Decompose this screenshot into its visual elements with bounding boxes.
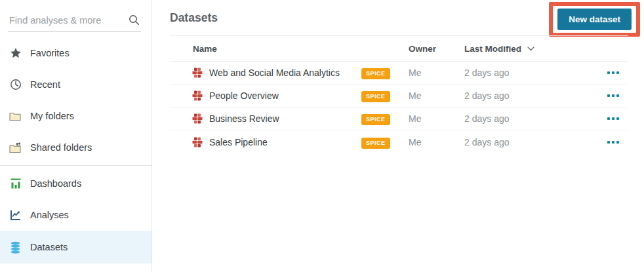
dataset-name-cell: Business Review — [170, 113, 361, 124]
spice-badge: SPICE — [361, 68, 390, 79]
sidebar: Favorites Recent My folders Shared folde… — [0, 0, 152, 272]
sidebar-item-shared-folders[interactable]: Shared folders — [0, 132, 151, 163]
sidebar-item-favorites[interactable]: Favorites — [0, 37, 151, 69]
new-dataset-button[interactable]: New dataset — [557, 9, 632, 30]
sidebar-nav: Favorites Recent My folders Shared folde… — [0, 37, 151, 263]
star-icon — [9, 47, 22, 60]
ellipsis-dot — [607, 141, 610, 144]
owner-cell: Me — [409, 68, 464, 78]
table-row[interactable]: Business Review SPICE Me 2 days ago — [170, 107, 628, 130]
page-title: Datasets — [170, 11, 218, 25]
ellipsis-dot — [607, 71, 610, 74]
ellipsis-dot — [616, 117, 619, 120]
last-modified-cell: 2 days ago — [464, 137, 598, 147]
sidebar-item-dashboards[interactable]: Dashboards — [0, 168, 151, 199]
sidebar-item-datasets[interactable]: Datasets — [0, 231, 151, 263]
folder-icon — [9, 110, 22, 123]
sidebar-item-label: Favorites — [30, 48, 70, 58]
last-modified-cell: 2 days ago — [464, 68, 598, 78]
column-header-last-modified[interactable]: Last Modified — [464, 44, 598, 54]
table-row[interactable]: Web and Social Media Analytics SPICE Me … — [170, 62, 628, 85]
column-header-name: Name — [170, 44, 361, 54]
search-icon[interactable] — [129, 14, 140, 28]
table-header-row: Name Owner Last Modified — [170, 35, 628, 62]
sidebar-item-my-folders[interactable]: My folders — [0, 100, 151, 132]
search-box — [8, 13, 141, 32]
table-row[interactable]: People Overview SPICE Me 2 days ago — [170, 85, 628, 107]
spice-badge-cell: SPICE — [361, 136, 409, 149]
column-header-last-modified-label: Last Modified — [464, 44, 521, 54]
search-input[interactable] — [8, 13, 141, 32]
dashboards-icon — [9, 178, 22, 190]
spice-badge: SPICE — [361, 114, 390, 125]
ellipsis-dot — [616, 141, 619, 144]
ellipsis-dot — [612, 94, 614, 97]
dataset-name[interactable]: Business Review — [209, 113, 279, 124]
sidebar-item-analyses[interactable]: Analyses — [0, 199, 151, 231]
sidebar-item-label: Datasets — [30, 242, 68, 252]
sidebar-divider — [0, 165, 151, 166]
sidebar-item-label: Recent — [30, 79, 60, 90]
analyses-icon — [9, 209, 22, 222]
dataset-name[interactable]: Sales Pipeline — [209, 137, 268, 147]
row-actions-ellipsis-button[interactable] — [598, 113, 628, 124]
main-content: Datasets New dataset Name Owner Last Mod… — [153, 0, 644, 272]
column-header-owner: Owner — [409, 44, 464, 54]
shared-folder-icon — [9, 142, 22, 154]
dataset-icon — [192, 137, 203, 147]
quicksight-app: Favorites Recent My folders Shared folde… — [0, 0, 644, 272]
ellipsis-dot — [616, 71, 619, 74]
sidebar-item-label: Dashboards — [30, 178, 81, 189]
clock-icon — [9, 79, 22, 91]
dataset-name-cell: People Overview — [170, 90, 361, 101]
datasets-icon — [9, 241, 22, 254]
datasets-table: Name Owner Last Modified Web and Social … — [170, 35, 628, 153]
dataset-icon — [192, 90, 203, 101]
ellipsis-dot — [616, 94, 619, 97]
owner-cell: Me — [409, 137, 464, 147]
owner-cell: Me — [409, 113, 464, 124]
sort-chevron-down-icon — [527, 47, 534, 51]
row-actions-ellipsis-button[interactable] — [598, 90, 628, 101]
last-modified-cell: 2 days ago — [464, 90, 598, 101]
dataset-name[interactable]: Web and Social Media Analytics — [209, 68, 340, 78]
spice-badge: SPICE — [361, 138, 390, 149]
sidebar-item-label: My folders — [30, 111, 74, 121]
sidebar-item-label: Shared folders — [30, 142, 92, 153]
dataset-name-cell: Web and Social Media Analytics — [170, 68, 361, 78]
dataset-name-cell: Sales Pipeline — [170, 137, 361, 147]
row-actions-ellipsis-button[interactable] — [598, 137, 628, 147]
row-actions-ellipsis-button[interactable] — [598, 68, 628, 78]
spice-badge-cell: SPICE — [361, 112, 409, 125]
ellipsis-dot — [607, 117, 610, 120]
dataset-name[interactable]: People Overview — [209, 90, 279, 101]
last-modified-cell: 2 days ago — [464, 113, 598, 124]
ellipsis-dot — [612, 141, 614, 144]
ellipsis-dot — [612, 117, 614, 120]
spice-badge-cell: SPICE — [361, 89, 409, 102]
spice-badge-cell: SPICE — [361, 66, 409, 79]
annotation-highlight-box: New dataset — [549, 2, 640, 37]
sidebar-item-label: Analyses — [30, 210, 69, 220]
ellipsis-dot — [607, 94, 610, 97]
spice-badge: SPICE — [361, 91, 390, 102]
dataset-icon — [192, 68, 203, 78]
owner-cell: Me — [409, 90, 464, 101]
ellipsis-dot — [612, 71, 614, 74]
dataset-icon — [192, 113, 203, 124]
sidebar-item-recent[interactable]: Recent — [0, 69, 151, 100]
table-row[interactable]: Sales Pipeline SPICE Me 2 days ago — [170, 130, 628, 153]
